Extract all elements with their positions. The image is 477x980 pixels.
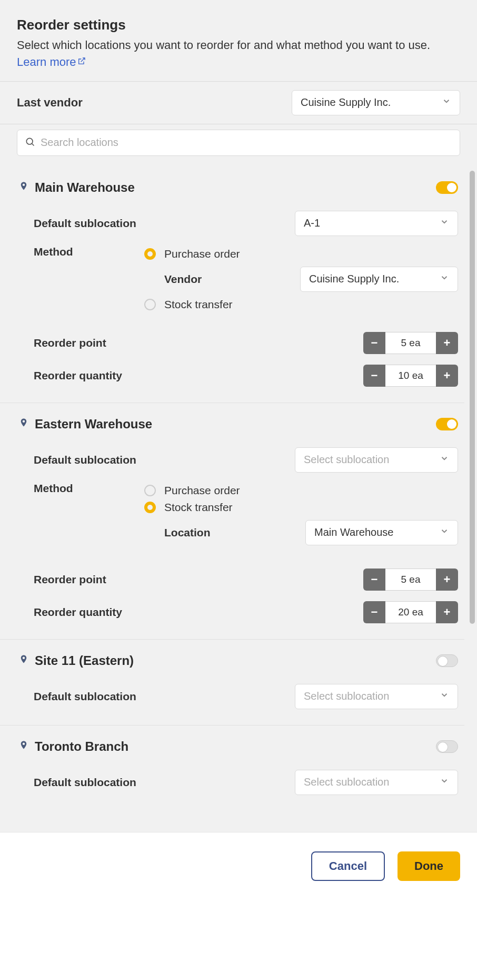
sublocation-select[interactable]: Select sublocation	[295, 770, 458, 795]
method-stock-transfer-radio[interactable]: Stock transfer	[144, 296, 458, 313]
sublocation-select[interactable]: Select sublocation	[295, 447, 458, 473]
stepper-plus-button[interactable]: +	[436, 569, 458, 591]
location-card: Eastern Warehouse Default sublocation Se…	[0, 403, 464, 640]
method-stock-transfer-label: Stock transfer	[164, 501, 233, 514]
last-vendor-select[interactable]: Cuisine Supply Inc.	[292, 90, 460, 115]
reorder-quantity-stepper: − 10 ea +	[363, 365, 458, 387]
scrollbar[interactable]	[470, 171, 475, 624]
reorder-point-stepper: − 5 ea +	[363, 332, 458, 354]
reorder-point-label: Reorder point	[34, 337, 106, 349]
search-locations-field[interactable]	[17, 130, 460, 156]
sublocation-placeholder: Select sublocation	[304, 776, 389, 788]
sublocation-select[interactable]: Select sublocation	[295, 684, 458, 709]
method-label: Method	[34, 482, 144, 495]
reorder-quantity-value[interactable]: 10 ea	[385, 365, 436, 387]
page-subtitle: Select which locations you want to reord…	[17, 37, 460, 71]
learn-more-link[interactable]: Learn more	[17, 55, 86, 68]
default-sublocation-label: Default sublocation	[34, 217, 136, 230]
stepper-plus-button[interactable]: +	[436, 601, 458, 623]
chevron-down-icon	[440, 454, 449, 466]
transfer-location-select[interactable]: Main Warehouse	[305, 520, 458, 545]
sublocation-value: A-1	[304, 217, 320, 229]
location-toggle[interactable]	[436, 181, 458, 194]
search-icon	[25, 136, 35, 149]
method-purchase-order-radio[interactable]: Purchase order	[144, 482, 458, 499]
vendor-value: Cuisine Supply Inc.	[309, 273, 399, 285]
method-purchase-order-label: Purchase order	[164, 248, 240, 260]
location-card: Site 11 (Eastern) Default sublocation Se…	[0, 640, 464, 726]
radio-icon	[144, 502, 156, 513]
location-pin-icon	[19, 739, 28, 754]
chevron-down-icon	[440, 217, 449, 229]
location-name: Main Warehouse	[35, 180, 135, 195]
default-sublocation-label: Default sublocation	[34, 776, 136, 789]
stepper-plus-button[interactable]: +	[436, 365, 458, 387]
location-toggle[interactable]	[436, 654, 458, 667]
location-pin-icon	[19, 180, 28, 195]
transfer-location-label: Location	[164, 526, 211, 539]
cancel-button[interactable]: Cancel	[311, 851, 385, 881]
radio-icon	[144, 485, 156, 496]
reorder-quantity-label: Reorder quantity	[34, 369, 122, 382]
reorder-point-value[interactable]: 5 ea	[385, 332, 436, 354]
chevron-down-icon	[442, 96, 451, 109]
reorder-quantity-value[interactable]: 20 ea	[385, 601, 436, 623]
method-purchase-order-label: Purchase order	[164, 484, 240, 497]
chevron-down-icon	[440, 690, 449, 702]
stepper-minus-button[interactable]: −	[363, 601, 385, 623]
stepper-minus-button[interactable]: −	[363, 332, 385, 354]
stepper-plus-button[interactable]: +	[436, 332, 458, 354]
radio-icon	[144, 299, 156, 310]
reorder-quantity-label: Reorder quantity	[34, 606, 122, 619]
default-sublocation-label: Default sublocation	[34, 454, 136, 466]
chevron-down-icon	[440, 776, 449, 788]
vendor-label: Vendor	[164, 273, 202, 286]
svg-line-1	[32, 143, 34, 145]
page-title: Reorder settings	[17, 17, 460, 33]
reorder-quantity-stepper: − 20 ea +	[363, 601, 458, 623]
location-pin-icon	[19, 653, 28, 668]
svg-point-0	[26, 138, 33, 144]
search-input[interactable]	[41, 136, 452, 149]
reorder-point-label: Reorder point	[34, 573, 106, 586]
last-vendor-value: Cuisine Supply Inc.	[301, 96, 391, 109]
method-stock-transfer-radio[interactable]: Stock transfer	[144, 499, 458, 516]
location-pin-icon	[19, 417, 28, 432]
location-name: Toronto Branch	[35, 739, 128, 754]
stepper-minus-button[interactable]: −	[363, 569, 385, 591]
sublocation-placeholder: Select sublocation	[304, 454, 389, 466]
done-button[interactable]: Done	[398, 851, 460, 881]
location-toggle[interactable]	[436, 740, 458, 753]
method-purchase-order-radio[interactable]: Purchase order	[144, 246, 458, 262]
location-name: Site 11 (Eastern)	[35, 653, 134, 668]
chevron-down-icon	[440, 273, 449, 285]
method-label: Method	[34, 246, 144, 258]
external-link-icon	[77, 54, 86, 70]
default-sublocation-label: Default sublocation	[34, 690, 136, 703]
reorder-point-stepper: − 5 ea +	[363, 569, 458, 591]
sublocation-select[interactable]: A-1	[295, 211, 458, 236]
last-vendor-label: Last vendor	[17, 96, 83, 110]
stepper-minus-button[interactable]: −	[363, 365, 385, 387]
location-name: Eastern Warehouse	[35, 417, 152, 432]
location-card: Main Warehouse Default sublocation A-1 M…	[0, 166, 464, 403]
chevron-down-icon	[440, 526, 449, 538]
subtitle-text: Select which locations you want to reord…	[17, 38, 430, 52]
location-toggle[interactable]	[436, 418, 458, 430]
transfer-location-value: Main Warehouse	[314, 526, 393, 538]
sublocation-placeholder: Select sublocation	[304, 690, 389, 702]
vendor-select[interactable]: Cuisine Supply Inc.	[300, 267, 458, 292]
radio-icon	[144, 248, 156, 260]
reorder-point-value[interactable]: 5 ea	[385, 569, 436, 591]
method-stock-transfer-label: Stock transfer	[164, 298, 233, 311]
location-card: Toronto Branch Default sublocation Selec…	[0, 726, 464, 811]
